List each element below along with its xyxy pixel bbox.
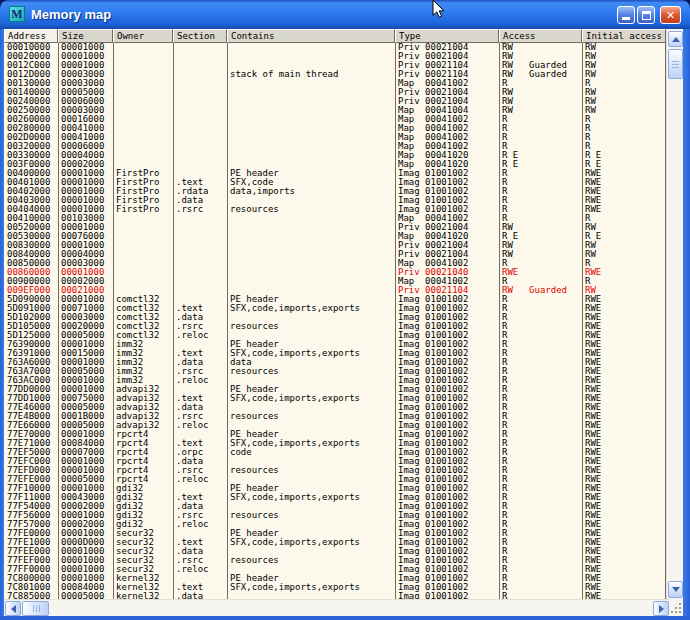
minimize-button[interactable] (617, 6, 635, 24)
column-header-address[interactable]: Address (4, 29, 58, 43)
memory-row[interactable]: 0002000000001000Priv 00021004RWRW (4, 52, 666, 61)
memory-row[interactable]: 5D12500000005000comctl32.relocImag 01001… (4, 331, 666, 340)
memory-row[interactable]: 003F000000002000Map 00041020R ER E (4, 160, 666, 169)
memory-row[interactable]: 763AC00000001000imm32.relocImag 01001002… (4, 376, 666, 385)
memory-row[interactable]: 5D09100000071000comctl32.textSFX,code,im… (4, 304, 666, 313)
memory-row[interactable]: 77FE10000000D000secur32.textSFX,code,imp… (4, 538, 666, 547)
memory-row[interactable]: 0013000000003000Map 00041002RR (4, 79, 666, 88)
memory-row[interactable]: 0001000000001000Priv 00021004RWRW (4, 43, 666, 52)
cell-section (173, 70, 227, 79)
memory-row[interactable]: 77F1000000001000gdi32PE headerImag 01001… (4, 484, 666, 493)
maximize-icon (642, 11, 651, 20)
memory-row[interactable]: 7C80000000001000kernel32PE headerImag 01… (4, 574, 666, 583)
memory-row[interactable]: 77F5700000002000gdi32.relocImag 01001002… (4, 520, 666, 529)
scroll-up-button[interactable] (668, 31, 683, 47)
memory-row[interactable]: 0084000000004000Priv 00021004RWRW (4, 250, 666, 259)
memory-row[interactable]: 77EF500000007000rpcrt4.orpccodeImag 0100… (4, 448, 666, 457)
cell-section (173, 124, 227, 133)
memory-row[interactable]: 0025000000003000Map 00041004RWRW (4, 106, 666, 115)
cell-type: Imag 01001002 (395, 592, 499, 599)
arrow-up-icon (672, 37, 680, 42)
memory-row[interactable]: 77FF000000001000secur32.relocImag 010010… (4, 565, 666, 574)
memory-row[interactable]: 0083000000001000Priv 00021004RWRW (4, 241, 666, 250)
memory-row[interactable]: 0052000000001000Priv 00021004RWRW (4, 223, 666, 232)
memory-row[interactable]: 0026000000016000Map 00041002RR (4, 115, 666, 124)
memory-row[interactable]: 0041000000103000Map 00041002RR (4, 214, 666, 223)
memory-row[interactable]: 7639000000001000imm32PE headerImag 01001… (4, 340, 666, 349)
memory-row[interactable]: 77E4600000005000advapi32.dataImag 010010… (4, 403, 666, 412)
memory-row[interactable]: 77DD000000001000advapi32PE headerImag 01… (4, 385, 666, 394)
column-header-section[interactable]: Section (173, 29, 227, 43)
memory-row[interactable]: 009EF00000021000Priv 00021104RW GuardedR… (4, 286, 666, 295)
memory-row[interactable]: 0040400000001000FirstPro.rsrcresourcesIm… (4, 205, 666, 214)
memory-row[interactable]: 77FEE00000001000secur32.dataImag 0100100… (4, 547, 666, 556)
cell-size: 00001000 (58, 547, 113, 556)
memory-row[interactable]: 0090000000002000Map 00041002RR (4, 277, 666, 286)
memory-row[interactable]: 77F5600000001000gdi32.rsrcresourcesImag … (4, 511, 666, 520)
memory-row[interactable]: 0033000000004000Map 00041020R ER E (4, 151, 666, 160)
cell-address: 0012C000 (4, 61, 58, 70)
memory-row[interactable]: 0032000000006000Map 00041002RR (4, 142, 666, 151)
memory-row[interactable]: 0040000000001000FirstProPE headerImag 01… (4, 169, 666, 178)
cell-section (173, 115, 227, 124)
close-button[interactable]: ✕ (660, 6, 681, 24)
title-bar[interactable]: M Memory map ✕ (0, 0, 690, 29)
memory-row[interactable]: 0012D00000003000stack of main threadPriv… (4, 70, 666, 79)
horizontal-scrollbar[interactable] (4, 599, 670, 616)
memory-row[interactable]: 0085000000003000Map 00041002RR (4, 259, 666, 268)
memory-row[interactable]: 0086000000001000Priv 00021040RWERWE (4, 268, 666, 277)
memory-row[interactable]: 77DD100000075000advapi32.textSFX,code,im… (4, 394, 666, 403)
memory-row[interactable]: 763A700000005000imm32.rsrcresourcesImag … (4, 367, 666, 376)
memory-row[interactable]: 0028000000041000Map 00041002RR (4, 124, 666, 133)
vertical-scrollbar[interactable] (666, 29, 683, 599)
memory-row[interactable]: 77E4B0000001B000advapi32.rsrcresourcesIm… (4, 412, 666, 421)
memory-row[interactable]: 77FE000000001000secur32PE headerImag 010… (4, 529, 666, 538)
memory-row[interactable]: 77E7100000084000rpcrt4.textSFX,code,impo… (4, 439, 666, 448)
memory-row[interactable]: 5D09000000001000comctl32PE headerImag 01… (4, 295, 666, 304)
memory-row[interactable]: 5D10200000003000comctl32.dataImag 010010… (4, 313, 666, 322)
scroll-right-button[interactable] (653, 601, 669, 616)
window-frame-bottom (0, 616, 690, 620)
memory-row[interactable]: 77F1100000043000gdi32.textSFX,code,impor… (4, 493, 666, 502)
memory-row[interactable]: 0053000000076000Map 00041020R ER E (4, 232, 666, 241)
cell-address: 003F0000 (4, 160, 58, 169)
memory-row[interactable]: 77EFE00000005000rpcrt4.relocImag 0100100… (4, 475, 666, 484)
memory-row[interactable]: 763A600000001000imm32.datadataImag 01001… (4, 358, 666, 367)
memory-row[interactable]: 77EFC00000001000rpcrt4.dataImag 01001002… (4, 457, 666, 466)
memory-row[interactable]: 77FEF00000001000secur32.rsrcresourcesIma… (4, 556, 666, 565)
cell-access: RW Guarded (499, 70, 582, 79)
memory-row[interactable]: 77EFD00000001000rpcrt4.rsrcresourcesImag… (4, 466, 666, 475)
scroll-down-button[interactable] (668, 581, 683, 598)
memory-row[interactable]: 7639100000015000imm32.textSFX,code,impor… (4, 349, 666, 358)
memory-row[interactable]: 0040200000001000FirstPro.rdatadata,impor… (4, 187, 666, 196)
column-header-contains[interactable]: Contains (227, 29, 395, 43)
maximize-button[interactable] (637, 6, 655, 24)
memory-row[interactable]: 7C88500000005000kernel32.dataImag 010010… (4, 592, 666, 599)
cell-type: Imag 01001002 (395, 349, 499, 358)
cell-contains: data,imports (227, 187, 395, 196)
memory-row[interactable]: 77E7000000001000rpcrt4PE headerImag 0100… (4, 430, 666, 439)
resize-grip[interactable] (670, 599, 683, 616)
horizontal-scrollbar-thumb[interactable] (22, 601, 49, 616)
scroll-left-button[interactable] (5, 601, 21, 616)
memory-row[interactable]: 77E6600000005000advapi32.relocImag 01001… (4, 421, 666, 430)
column-header-size[interactable]: Size (58, 29, 113, 43)
memory-row[interactable]: 0014000000005000Priv 00021004RWRW (4, 88, 666, 97)
column-header-initial-access[interactable]: Initial access (582, 29, 666, 43)
vertical-scrollbar-thumb[interactable] (668, 49, 683, 79)
memory-row[interactable]: 77F5400000002000gdi32.dataImag 01001002R… (4, 502, 666, 511)
memory-row[interactable]: 5D10500000020000comctl32.rsrcresourcesIm… (4, 322, 666, 331)
memory-row[interactable]: 0012C00000001000Priv 00021104RW GuardedR… (4, 61, 666, 70)
cell-address: 77EFD000 (4, 466, 58, 475)
column-header-type[interactable]: Type (395, 29, 499, 43)
memory-row[interactable]: 7C80100000084000kernel32.textSFX,code,im… (4, 583, 666, 592)
cell-section (173, 529, 227, 538)
memory-row[interactable]: 002D000000041000Map 00041002RR (4, 133, 666, 142)
memory-row[interactable]: 0040300000001000FirstPro.dataImag 010010… (4, 196, 666, 205)
cell-contains (227, 250, 395, 259)
column-header-owner[interactable]: Owner (113, 29, 173, 43)
app-icon[interactable]: M (9, 6, 25, 22)
column-header-access[interactable]: Access (499, 29, 582, 43)
memory-row[interactable]: 0024000000006000Priv 00021004RWRW (4, 97, 666, 106)
memory-row[interactable]: 0040100000001000FirstPro.textSFX,codeIma… (4, 178, 666, 187)
